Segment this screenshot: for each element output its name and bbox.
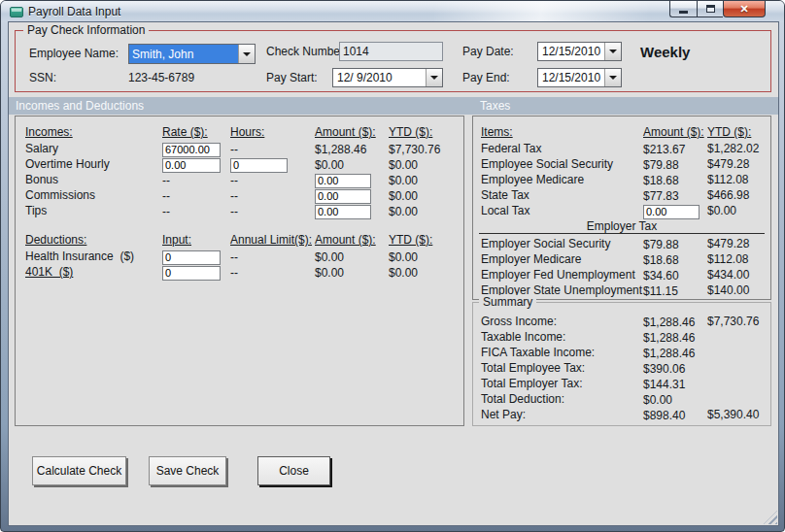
maximize-icon[interactable] — [697, 1, 723, 17]
pay-date-value: 12/15/2010 — [538, 43, 604, 60]
income-row: Bonus----$0.00 — [16, 171, 463, 186]
chevron-down-icon[interactable] — [604, 43, 621, 60]
summary-row-label: Gross Income: — [481, 315, 643, 328]
summary-row-label: Total Employer Tax: — [481, 377, 643, 390]
income-row-cell: $0.00 — [389, 202, 463, 219]
close-icon[interactable]: ✕ — [723, 1, 766, 17]
employee-tax-row-ytd: $479.28 — [707, 157, 770, 171]
employer-tax-row-amount-value: $34.60 — [643, 269, 679, 283]
check-number-input[interactable] — [339, 42, 443, 61]
income-row-value: -- — [230, 205, 238, 218]
summary-row: Total Deduction:$0.00 — [473, 390, 770, 406]
deduction-row-value: -- — [230, 266, 238, 280]
summary-row-ytd: $7,730.76 — [707, 315, 770, 328]
income-row-value: $0.00 — [389, 189, 418, 203]
ssn-label: SSN: — [29, 71, 56, 84]
employee-tax-row-ytd: $0.00 — [707, 204, 770, 217]
income-row: Salary--$1,288.46$7,730.76 — [16, 140, 463, 155]
pay-start-label: Pay Start: — [266, 71, 318, 84]
deduction-row: Health Insurance ($)--$0.00$0.00 — [16, 248, 463, 263]
deduction-row-cell: $0.00 — [315, 263, 389, 281]
close-button[interactable]: Close — [257, 456, 330, 485]
employer-tax-row-ytd: $434.00 — [707, 268, 770, 282]
deduction-row-value-input[interactable] — [162, 266, 221, 281]
income-row-value: -- — [230, 189, 238, 203]
income-row-value-input[interactable] — [315, 205, 371, 219]
pay-start-datepicker[interactable]: 12/ 9/2010 — [332, 68, 443, 87]
income-row-label: Tips — [25, 204, 162, 217]
summary-groupbox: Summary Gross Income:$1,288.46$7,730.76T… — [472, 302, 771, 426]
input-header: Input: — [162, 233, 230, 247]
employee-tax-row-amount — [643, 202, 707, 219]
income-row: Overtime Hourly$0.00$0.00 — [16, 155, 463, 171]
summary-row: Total Employee Tax:$390.06 — [473, 359, 770, 375]
deduction-row-cell: $0.00 — [389, 263, 463, 281]
deduction-row-cell — [162, 263, 230, 281]
employee-name-combobox[interactable]: Smith, John — [128, 44, 256, 64]
income-row-value: $0.00 — [389, 174, 418, 187]
deduction-row-value: $0.00 — [315, 250, 344, 264]
resize-grip-icon[interactable] — [764, 511, 777, 524]
summary-row-label: Taxable Income: — [481, 330, 643, 344]
income-row-value: $0.00 — [389, 205, 418, 218]
employer-tax-row: Employer Medicare$18.68$112.08 — [473, 250, 770, 266]
employer-tax-row-amount-value: $79.88 — [643, 238, 679, 251]
income-row-value: -- — [230, 174, 238, 187]
summary-row-label: Net Pay: — [481, 408, 643, 421]
income-row-value: -- — [162, 174, 170, 187]
pay-end-label: Pay End: — [462, 71, 510, 84]
summary-row-amount-value: $144.31 — [643, 378, 685, 391]
deduction-row-label: 401K ($) — [25, 265, 162, 279]
employee-tax-row-amount-value: $213.67 — [643, 143, 685, 156]
income-row-value: -- — [162, 205, 170, 218]
income-row-label: Bonus — [25, 173, 162, 186]
employee-tax-row-label: State Tax — [481, 188, 643, 202]
employer-tax-row-amount-value: $11.15 — [643, 284, 678, 298]
deductions-header-row: Deductions: Input: Annual Limit($): Amou… — [16, 232, 463, 248]
income-row-value: $0.00 — [315, 158, 344, 172]
items-header: Items: — [481, 125, 643, 139]
deduction-row: 401K ($)--$0.00$0.00 — [16, 263, 463, 279]
employer-tax-row-ytd: $479.28 — [707, 237, 770, 250]
summary-row-amount-value: $0.00 — [643, 393, 672, 407]
summary-row-amount-value: $1,288.46 — [643, 316, 695, 329]
employer-tax-row: Employer Social Security$79.88$479.28 — [473, 235, 770, 250]
employee-name-value: Smith, John — [129, 45, 238, 63]
rate-header: Rate ($): — [162, 125, 230, 139]
employee-tax-row: Employee Medicare$18.68$112.08 — [473, 171, 770, 186]
summary-row-label: Total Deduction: — [481, 392, 643, 406]
paycheck-info-groupbox: Pay Check Information Employee Name: Smi… — [15, 30, 771, 92]
save-check-button[interactable]: Save Check — [149, 456, 226, 485]
chevron-down-icon[interactable] — [238, 45, 255, 63]
pay-date-label: Pay Date: — [462, 45, 514, 58]
pay-frequency-label: Weekly — [640, 44, 690, 60]
section-header-bar: Incomes and Deductions Taxes — [9, 97, 778, 115]
income-row-value: -- — [230, 143, 238, 156]
deduction-row-value: -- — [230, 250, 238, 264]
pay-date-datepicker[interactable]: 12/15/2010 — [537, 42, 622, 61]
summary-row-amount-value: $1,288.46 — [643, 347, 695, 360]
form-icon — [10, 7, 23, 17]
summary-row-amount-value: $898.40 — [643, 409, 685, 422]
summary-row: Total Employer Tax:$144.31 — [473, 375, 770, 390]
employee-tax-row-amount-value: $77.83 — [643, 189, 679, 203]
employer-tax-row-ytd: $140.00 — [707, 283, 770, 297]
pay-end-datepicker[interactable]: 12/15/2010 — [537, 68, 622, 87]
ytd-header: YTD ($): — [707, 125, 770, 139]
calculate-check-button[interactable]: Calculate Check — [32, 456, 126, 485]
summary-row: Net Pay:$898.40$5,390.40 — [473, 406, 770, 421]
chevron-down-icon[interactable] — [604, 69, 621, 86]
employer-tax-header: Employer Tax — [473, 217, 770, 231]
minimize-icon[interactable] — [669, 1, 697, 17]
pay-start-value: 12/ 9/2010 — [333, 69, 426, 86]
income-row-value: -- — [162, 189, 170, 203]
summary-row: Taxable Income:$1,288.46 — [473, 328, 770, 344]
chevron-down-icon[interactable] — [426, 69, 442, 86]
summary-row-amount-value: $1,288.46 — [643, 331, 695, 345]
employee-tax-row-amount-input[interactable] — [643, 205, 700, 219]
caption-buttons: ✕ — [669, 1, 766, 17]
incomes-deductions-panel: Incomes: Rate ($): Hours: Amount ($): YT… — [15, 116, 464, 426]
employee-tax-row-label: Federal Tax — [481, 142, 643, 155]
income-row: Tips----$0.00 — [16, 202, 463, 217]
summary-row-amount-value: $390.06 — [643, 362, 685, 376]
